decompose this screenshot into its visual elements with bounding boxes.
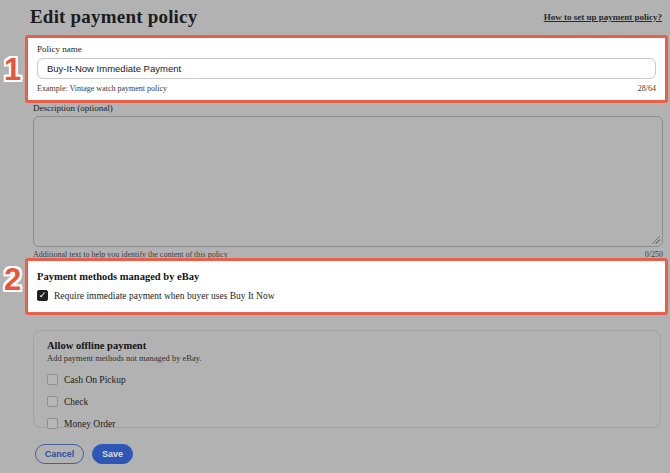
money-order-checkbox[interactable]: ✓: [47, 418, 58, 429]
annotation-highlight-2: 2 Payment methods managed by eBay ✓ Requ…: [25, 258, 668, 315]
cash-on-pickup-row[interactable]: ✓ Cash On Pickup: [47, 374, 647, 385]
help-link[interactable]: How to set up payment policy?: [544, 12, 662, 22]
immediate-payment-checkbox[interactable]: ✓: [37, 290, 48, 301]
annotation-highlight-1: 1 Policy name Example: Vintage watch pay…: [25, 35, 668, 103]
policy-name-input[interactable]: [37, 58, 656, 79]
policy-name-char-counter: 28/64: [638, 84, 656, 93]
description-label: Description (optional): [33, 103, 113, 113]
textarea-resize-grip[interactable]: [651, 235, 660, 244]
policy-name-label: Policy name: [37, 44, 656, 54]
money-order-label: Money Order: [64, 419, 115, 429]
offline-payment-section: Allow offline payment Add payment method…: [33, 330, 661, 428]
save-button[interactable]: Save: [92, 444, 133, 464]
description-textarea[interactable]: [33, 116, 663, 247]
annotation-number-2: 2: [4, 264, 21, 295]
immediate-payment-label: Require immediate payment when buyer use…: [54, 291, 275, 301]
policy-name-helper: Example: Vintage watch payment policy: [37, 84, 167, 93]
page-title: Edit payment policy: [30, 6, 197, 28]
check-row[interactable]: ✓ Check: [47, 396, 647, 407]
money-order-row[interactable]: ✓ Money Order: [47, 418, 647, 429]
offline-payment-subtext: Add payment methods not managed by eBay.: [47, 353, 647, 363]
annotation-number-1: 1: [4, 54, 21, 85]
payment-methods-heading: Payment methods managed by eBay: [37, 271, 656, 282]
checkmark-icon: ✓: [39, 291, 47, 300]
immediate-payment-checkbox-row[interactable]: ✓ Require immediate payment when buyer u…: [37, 290, 656, 301]
check-checkbox[interactable]: ✓: [47, 396, 58, 407]
cash-on-pickup-label: Cash On Pickup: [64, 375, 126, 385]
cancel-button[interactable]: Cancel: [35, 444, 84, 464]
offline-payment-heading: Allow offline payment: [47, 340, 647, 351]
check-label: Check: [64, 397, 88, 407]
cash-on-pickup-checkbox[interactable]: ✓: [47, 374, 58, 385]
